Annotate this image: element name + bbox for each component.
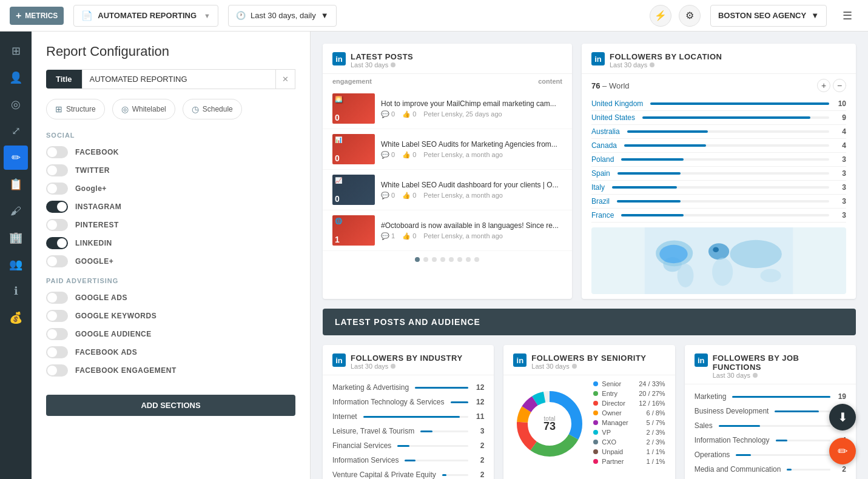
- app-layout: ⊞ 👤 ◎ ⤢ ✏ 📋 🖌 🏢 👥 ℹ 💰 Report Configurati…: [0, 0, 868, 479]
- seniority-name-4: Manager: [602, 419, 642, 426]
- bolt-icon-button[interactable]: ⚡: [650, 5, 671, 27]
- googleplus-toggle[interactable]: [46, 183, 68, 195]
- jf-subtitle: Last 30 days: [713, 372, 846, 379]
- location-row-ca: Canada 4: [591, 139, 846, 153]
- post-dot-2[interactable]: [432, 257, 437, 262]
- location-status-dot: [650, 62, 654, 67]
- sidebar-title: Report Configuration: [46, 44, 295, 59]
- instagram-toggle[interactable]: [46, 201, 68, 213]
- tab-whitelabel-label: Whitelabel: [132, 105, 166, 113]
- post-title-3: #Octoboard is now available in 8 languag…: [381, 221, 562, 230]
- linkedin-location-icon: in: [591, 52, 605, 65]
- location-zoom-out-button[interactable]: −: [833, 79, 846, 92]
- post-content-3: #Octoboard is now available in 8 languag…: [381, 221, 562, 240]
- location-name-uk: United Kingdom: [591, 99, 643, 108]
- card-followers-industry: in FOLLOWERS BY INDUSTRY Last 30 days Ma…: [323, 345, 494, 479]
- world-map: [591, 227, 846, 294]
- post-dot-1[interactable]: [423, 257, 428, 262]
- logo-button[interactable]: + METRICS: [10, 7, 64, 25]
- col-engagement: engagement: [332, 78, 372, 85]
- sidebar: Report Configuration Title ✕ ⊞ Structure…: [32, 32, 311, 479]
- title-tab[interactable]: Title: [46, 70, 82, 89]
- title-input[interactable]: [82, 69, 277, 89]
- post-dot-4[interactable]: [449, 257, 454, 262]
- seniority-dot-3: [593, 410, 598, 415]
- location-zoom-in-button[interactable]: +: [817, 79, 830, 92]
- googleplus2-toggle[interactable]: [46, 255, 68, 267]
- facebook-toggle[interactable]: [46, 146, 68, 158]
- seniority-dot-0: [593, 381, 598, 386]
- nav-item-connections[interactable]: ⤢: [4, 119, 28, 143]
- post-badge-2: 0: [335, 194, 340, 204]
- tab-whitelabel[interactable]: ◎ Whitelabel: [112, 99, 175, 119]
- google-keywords-toggle[interactable]: [46, 310, 68, 322]
- post-author-0: Peter Lensky, 25 days ago: [423, 110, 502, 118]
- nav-item-building[interactable]: 🏢: [4, 226, 28, 250]
- nav-item-info[interactable]: ℹ: [4, 279, 28, 303]
- nav-item-pencil[interactable]: ✏: [4, 146, 28, 170]
- fab-edit-button[interactable]: ✏: [829, 438, 856, 464]
- google-ads-toggle[interactable]: [46, 292, 68, 304]
- location-bar-it: [612, 186, 677, 189]
- industry-list: Marketing & Advertising 12 Information T…: [323, 375, 494, 479]
- pinterest-toggle[interactable]: [46, 219, 68, 231]
- tab-schedule[interactable]: ◷ Schedule: [183, 99, 242, 119]
- nav-item-user-circle[interactable]: 👥: [4, 252, 28, 276]
- location-bar-wrap-pl: [621, 158, 829, 161]
- title-clear-button[interactable]: ✕: [276, 69, 295, 89]
- seniority-vals-6: 2 / 3%: [646, 438, 665, 446]
- location-bar-fr: [621, 214, 684, 216]
- menu-button[interactable]: ☰: [836, 5, 858, 27]
- time-dropdown[interactable]: 🕐 Last 30 days, daily ▼: [228, 5, 337, 27]
- post-dot-0[interactable]: [415, 257, 420, 262]
- location-row-us: United States 9: [591, 111, 846, 125]
- industry-row-0: Marketing & Advertising 12: [323, 380, 494, 395]
- location-name-es: Spain: [591, 169, 610, 178]
- post-dot-6[interactable]: [466, 257, 471, 262]
- location-count-es: 3: [836, 169, 846, 178]
- toggle-googleplus2: GOOGLE+: [46, 255, 295, 267]
- nav-item-analytics[interactable]: ◎: [4, 92, 28, 116]
- fab-download-button[interactable]: ⬇: [829, 404, 856, 430]
- followers-location-title: FOLLOWERS BY LOCATION: [610, 52, 722, 61]
- facebook-ads-toggle[interactable]: [46, 346, 68, 358]
- nav-item-people[interactable]: 👤: [4, 65, 28, 90]
- nav-item-clipboard[interactable]: 📋: [4, 172, 28, 196]
- post-author-3: Peter Lensky, a month ago: [423, 232, 503, 240]
- post-dot-3[interactable]: [440, 257, 445, 262]
- post-dot-7[interactable]: [474, 257, 479, 262]
- nav-item-brush[interactable]: 🖌: [4, 199, 28, 223]
- twitter-toggle[interactable]: [46, 164, 68, 176]
- seniority-row-5: VP 2 / 3%: [593, 429, 665, 436]
- location-name-fr: France: [591, 211, 614, 219]
- tab-structure[interactable]: ⊞ Structure: [46, 99, 105, 119]
- location-bar-wrap-uk: [650, 102, 829, 105]
- seniority-dot-7: [593, 449, 598, 454]
- toggle-pinterest: PINTEREST: [46, 219, 295, 231]
- reporting-dropdown[interactable]: 📄 AUTOMATED REPORTING ▼: [73, 5, 218, 27]
- nav-item-coin[interactable]: 💰: [4, 306, 28, 330]
- add-sections-button[interactable]: ADD SECTIONS: [46, 395, 295, 416]
- post-row-2: 📈 0 White Label SEO Audit dashboard for …: [323, 170, 572, 210]
- agency-dropdown[interactable]: BOSTON SEO AGENCY ▼: [710, 5, 827, 27]
- seniority-vals-3: 6 / 8%: [646, 409, 665, 417]
- facebook-engagement-toggle[interactable]: [46, 364, 68, 377]
- post-dot-5[interactable]: [457, 257, 462, 262]
- jf-name-5: Media and Communication: [695, 465, 781, 474]
- pinterest-label: PINTEREST: [75, 221, 119, 229]
- location-row-fr: France 3: [591, 209, 846, 223]
- google-audience-toggle[interactable]: [46, 328, 68, 340]
- location-bar-au: [627, 130, 708, 133]
- seniority-title: FOLLOWERS BY SENIORITY: [531, 353, 646, 363]
- linkedin-toggle[interactable]: [46, 237, 68, 249]
- post-row-1: 📊 0 White Label SEO Audits for Marketing…: [323, 129, 572, 170]
- settings-icon-button[interactable]: ⚙: [679, 5, 701, 27]
- section-banner-label: LATEST POSTS AND AUDIENCE: [335, 317, 480, 327]
- post-meta-0: 💬 0 👍 0 Peter Lensky, 25 days ago: [381, 110, 562, 118]
- seniority-dot-1: [593, 391, 598, 396]
- nav-item-dashboard[interactable]: ⊞: [4, 39, 28, 63]
- tab-structure-label: Structure: [66, 105, 96, 113]
- col-content: content: [538, 78, 562, 85]
- clock-icon: 🕐: [236, 11, 246, 20]
- industry-name-2: Internet: [332, 412, 357, 421]
